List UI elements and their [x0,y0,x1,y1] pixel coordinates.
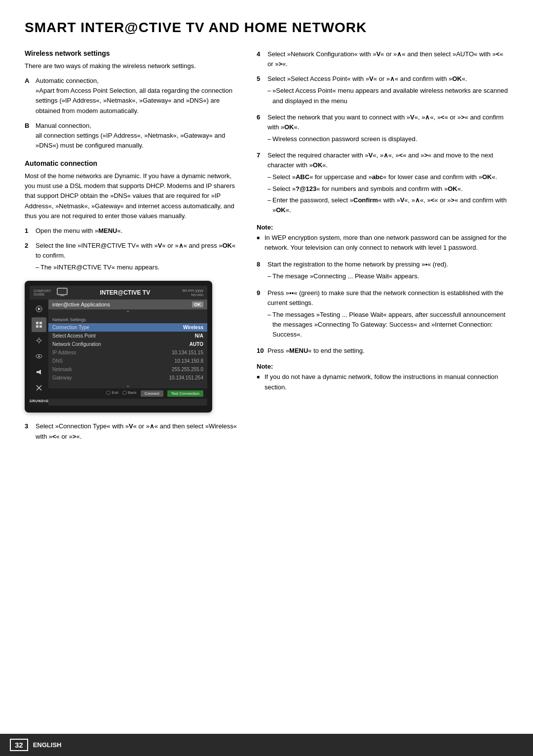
svg-marker-4 [38,307,41,310]
step-6: 6 Select the network that you want to co… [257,113,508,146]
svg-rect-2 [60,296,65,296]
step-7-sub-2: Select »?@123« for numbers and symbols a… [267,184,508,194]
svg-rect-6 [39,322,42,324]
step-1-num: 1 [25,226,36,236]
list-item-b: B Manual connection,all connection setti… [25,121,237,151]
step-2-content: Select the line »INTER@CTIVE TV« with »V… [36,241,237,274]
right-column: 4 Select »Network Configuration« with »V… [257,49,508,449]
step-5: 5 Select »Select Access Point« with »V« … [257,74,508,107]
tv-icon-audio [32,365,46,379]
steps-left: 1 Open the menu with »MENU«. 2 Select th… [25,226,237,274]
svg-rect-5 [36,322,38,324]
tv-time: dd.mm.yyyyhh:mm [182,288,203,297]
page-number: 32 [10,739,28,751]
step-7-sub-3: Enter the password, select »Confirm« wit… [267,195,508,215]
step-9-sub-1: The messages »Testing ... Please Wait« a… [267,310,508,340]
tv-test-btn[interactable]: Test Connection [167,390,203,397]
note-box-2: Note: If you do not have a dynamic netwo… [257,363,508,392]
step-1: 1 Open the menu with »MENU«. [25,226,237,236]
tv-icon-grid [32,317,46,332]
step-7-content: Select the required character with »V«, … [267,151,508,217]
svg-rect-7 [36,325,38,328]
tv-mockup: COMFORTGUIDE INTER@CTIVE TV dd.mm.yyyyhh… [25,281,212,413]
step-7: 7 Select the required character with »V«… [257,151,508,217]
page-title: SMART INTER@CTIVE TV AND HOME NETWORK [25,20,508,36]
step-7-num: 7 [257,151,267,217]
auto-heading: Automatic connection [25,159,237,167]
step-3: 3 Select »Connection Type« with »V« or »… [25,421,237,441]
tv-connect-btn[interactable]: Connect [141,390,163,397]
step-7-sub-1: Select »ABC« for uppercase and »abc« for… [267,172,508,182]
tv-row-connection-type: Connection Type Wireless [48,323,207,332]
step-8-num: 8 [257,260,267,283]
svg-point-15 [38,356,40,357]
step-10-content: Press »MENU« to end the setting. [267,346,365,356]
steps-right-2: 8 Start the registration to the home net… [257,260,508,356]
note-1-heading: Note: [257,224,508,231]
tv-icon-settings [32,333,46,348]
comfort-guide-label: COMFORTGUIDE [34,289,51,296]
step-6-num: 6 [257,113,267,146]
tv-icon-close [32,380,46,395]
step-9-content: Press »••« (green) to make sure that the… [267,288,508,341]
step-4: 4 Select »Network Configuration« with »V… [257,49,508,69]
wireless-heading: Wireless network settings [25,49,237,57]
step-6-sub-1: Wireless connection password screen is d… [267,134,508,144]
step-5-content: Select »Select Access Point« with »V« or… [267,74,508,107]
step-2-sub-1: The »INTER@CTIVE TV« menu appears. [36,263,237,272]
step-9: 9 Press »••« (green) to make sure that t… [257,288,508,341]
step-3-num: 3 [25,421,36,441]
letter-list: A Automatic connection,»Apart from Acces… [25,76,237,151]
list-letter-a: A [25,76,36,116]
note-2-heading: Note: [257,363,508,370]
tv-icon-play [32,302,46,316]
note-2-list: If you do not have a dynamic network, fo… [257,372,508,392]
tv-row-netmask: Netmask 255.255.255.0 [48,365,207,374]
tv-row-gateway: Gateway 10.134.151.254 [48,374,207,382]
svg-point-9 [38,339,40,342]
list-item-a: A Automatic connection,»Apart from Acces… [25,76,237,116]
tv-bottom-bar: ◯ Exit ◯ Back Connect Test Connection [48,388,207,399]
footer: 32 ENGLISH [0,734,533,756]
svg-marker-17 [38,370,41,375]
list-letter-b: B [25,121,36,151]
tv-row-network-config: Network Configuration AUTO [48,340,207,348]
note-1-list: In WEP encryption system, more than one … [257,233,508,253]
tv-row-select-access-point: Select Access Point N/A [48,332,207,340]
step-10-num: 10 [257,346,267,356]
wireless-intro: There are two ways of making the wireles… [25,61,237,71]
svg-rect-1 [61,295,64,296]
step-8-content: Start the registration to the home netwo… [267,260,448,283]
note-1-item-1: In WEP encryption system, more than one … [257,233,508,253]
list-text-a: Automatic connection,»Apart from Access … [36,76,237,116]
step-2-num: 2 [25,241,36,274]
step-6-content: Select the network that you want to conn… [267,113,508,146]
auto-text: Most of the home networks are Dynamic. I… [25,171,237,221]
step-8-sub-1: The mesage »Connecting ... Please Wait« … [267,271,448,281]
note-box-1: Note: In WEP encryption system, more tha… [257,224,508,253]
step-5-sub-1: »Select Access Point« menu appears and a… [267,86,508,106]
svg-rect-16 [37,371,38,373]
tv-row-dns: DNS 10.134.150.8 [48,357,207,365]
left-column: Wireless network settings There are two … [25,49,237,449]
note-2-item-1: If you do not have a dynamic network, fo… [257,372,508,392]
language-label: ENGLISH [33,741,62,749]
steps-left-3: 3 Select »Connection Type« with »V« or »… [25,421,237,441]
svg-rect-0 [57,288,67,295]
step-5-num: 5 [257,74,267,107]
tv-icon-eye [32,349,46,364]
list-text-b: Manual connection,all connection setting… [36,121,237,151]
step-4-num: 4 [257,49,267,69]
step-9-num: 9 [257,288,267,341]
step-8: 8 Start the registration to the home net… [257,260,508,283]
step-4-content: Select »Network Configuration« with »V« … [267,49,508,69]
tv-app-bar: inter@ctive Applications OK [48,300,207,309]
tv-screen-title: INTER@CTIVE TV [68,289,182,296]
grundig-logo: GRUNDIG [30,398,49,404]
step-10: 10 Press »MENU« to end the setting. [257,346,508,356]
step-1-content: Open the menu with »MENU«. [36,226,122,236]
steps-right: 4 Select »Network Configuration« with »V… [257,49,508,217]
tv-network-label: Network Settings [48,316,207,323]
step-2: 2 Select the line »INTER@CTIVE TV« with … [25,241,237,274]
tv-row-ip: IP Address 10.134.151.15 [48,348,207,357]
